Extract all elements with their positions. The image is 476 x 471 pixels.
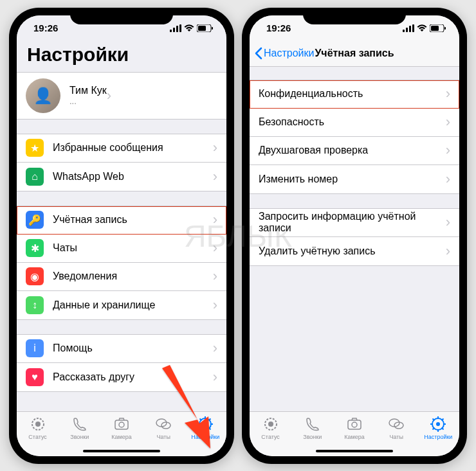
nav-header: Настройки Учётная запись xyxy=(250,41,459,67)
signal-icon xyxy=(403,24,414,32)
tab-phone[interactable]: Звонки xyxy=(60,416,99,440)
row-label: Запросить информацию учётной записи xyxy=(259,211,446,234)
row-label: Безопасность xyxy=(259,116,446,128)
svg-line-43 xyxy=(442,427,444,429)
row-помощь[interactable]: iПомощь› xyxy=(17,335,226,363)
svg-point-8 xyxy=(35,422,41,427)
chevron-right-icon: › xyxy=(446,114,450,130)
svg-rect-0 xyxy=(170,30,172,32)
chevron-right-icon: › xyxy=(213,240,217,256)
row-icon: i xyxy=(26,339,44,357)
row-label: Изменить номер xyxy=(259,173,446,185)
svg-rect-28 xyxy=(431,26,439,31)
chat-icon xyxy=(388,416,405,432)
tab-label: Звонки xyxy=(70,434,89,440)
content-right: Конфиденциальность›Безопасность›Двухшаго… xyxy=(250,67,459,411)
chevron-right-icon: › xyxy=(446,214,450,231)
phone-right: 19:26 Настройки Учётная запись Конфиденц… xyxy=(242,8,467,464)
row-profile[interactable]: 👤 Тим Кук ... › xyxy=(17,73,226,119)
row-icon: 🔑 xyxy=(26,211,44,229)
row-избранные-сообщения[interactable]: ★Избранные сообщения› xyxy=(17,134,226,163)
row-icon: ★ xyxy=(26,139,44,157)
profile-name: Тим Кук xyxy=(69,85,107,96)
row-чаты[interactable]: ✱Чаты› xyxy=(17,235,226,263)
screen-right: 19:26 Настройки Учётная запись Конфиденц… xyxy=(250,15,459,456)
home-indicator xyxy=(83,450,160,452)
row-label: WhatsApp Web xyxy=(53,171,213,182)
avatar: 👤 xyxy=(26,78,60,113)
chevron-right-icon: › xyxy=(213,340,217,357)
row-whatsapp-web[interactable]: ⌂WhatsApp Web› xyxy=(17,163,226,191)
svg-point-37 xyxy=(436,422,440,426)
tab-status[interactable]: Статус xyxy=(252,416,290,440)
row-label: Помощь xyxy=(53,342,213,354)
phone-icon xyxy=(304,416,321,432)
row-label: Чаты xyxy=(53,242,213,254)
svg-line-44 xyxy=(433,427,435,429)
row-label: Удалить учётную запись xyxy=(259,245,446,257)
row-конфиденциальность[interactable]: Конфиденциальность› xyxy=(250,80,459,109)
tab-camera[interactable]: Камера xyxy=(102,416,141,440)
row-icon: ♥ xyxy=(26,368,44,386)
settings-group: Запросить информацию учётной записи›Удал… xyxy=(250,208,459,266)
battery-icon xyxy=(197,24,214,32)
wifi-icon xyxy=(184,24,194,32)
svg-point-31 xyxy=(268,422,273,427)
wifi-icon xyxy=(417,24,427,32)
chevron-right-icon: › xyxy=(446,142,450,159)
svg-rect-24 xyxy=(406,28,408,32)
signal-icon xyxy=(170,24,181,32)
status-icon xyxy=(30,416,46,432)
tab-phone[interactable]: Звонки xyxy=(293,416,332,440)
tab-label: Камера xyxy=(344,434,364,440)
battery-icon xyxy=(430,24,446,32)
chevron-right-icon: › xyxy=(213,297,217,314)
chevron-right-icon: › xyxy=(446,85,450,102)
tab-label: Камера xyxy=(111,434,131,440)
row-удалить-учётную-запись[interactable]: Удалить учётную запись› xyxy=(250,237,459,265)
tab-label: Статус xyxy=(28,434,46,440)
chevron-right-icon: › xyxy=(213,139,217,156)
row-label: Конфиденциальность xyxy=(259,88,446,100)
page-title: Настройки xyxy=(17,41,226,72)
gear-icon xyxy=(430,416,446,432)
row-icon: ◉ xyxy=(26,267,44,285)
tab-chat[interactable]: Чаты xyxy=(377,416,416,440)
row-уведомления[interactable]: ◉Уведомления› xyxy=(17,263,226,291)
svg-rect-3 xyxy=(179,24,181,32)
svg-rect-26 xyxy=(412,24,414,32)
status-time: 19:26 xyxy=(33,22,58,33)
phone-icon xyxy=(71,416,88,432)
back-button[interactable]: Настройки xyxy=(255,47,314,60)
camera-icon xyxy=(113,416,130,432)
notch xyxy=(70,8,173,24)
tab-gear[interactable]: Настройки xyxy=(419,416,457,440)
row-учётная-запись[interactable]: 🔑Учётная запись› xyxy=(17,206,226,235)
svg-line-45 xyxy=(442,418,444,420)
home-indicator xyxy=(316,450,393,452)
svg-rect-32 xyxy=(348,420,361,429)
row-запросить-информацию-учётной-записи[interactable]: Запросить информацию учётной записи› xyxy=(250,209,459,237)
chevron-right-icon: › xyxy=(213,168,217,185)
svg-rect-9 xyxy=(115,420,128,429)
row-изменить-номер[interactable]: Изменить номер› xyxy=(250,165,459,193)
status-icon xyxy=(262,416,279,432)
row-данные-и-хранилище[interactable]: ↕Данные и хранилище› xyxy=(17,291,226,319)
tab-status[interactable]: Статус xyxy=(19,416,57,440)
svg-rect-5 xyxy=(198,26,206,31)
notch xyxy=(303,8,406,24)
row-двухшаговая-проверка[interactable]: Двухшаговая проверка› xyxy=(250,137,459,165)
row-label: Избранные сообщения xyxy=(53,142,213,154)
svg-point-10 xyxy=(119,422,124,427)
row-безопасность[interactable]: Безопасность› xyxy=(250,109,459,137)
tab-camera[interactable]: Камера xyxy=(335,416,374,440)
row-icon: ✱ xyxy=(26,239,44,257)
tab-label: Настройки xyxy=(424,434,452,440)
camera-icon xyxy=(346,416,363,432)
arrow-annotation xyxy=(149,362,226,452)
settings-group: ★Избранные сообщения›⌂WhatsApp Web› xyxy=(17,134,226,191)
svg-rect-1 xyxy=(173,28,175,32)
row-icon: ↕ xyxy=(26,296,44,314)
status-icons xyxy=(403,24,446,32)
status-time: 19:26 xyxy=(266,22,291,33)
